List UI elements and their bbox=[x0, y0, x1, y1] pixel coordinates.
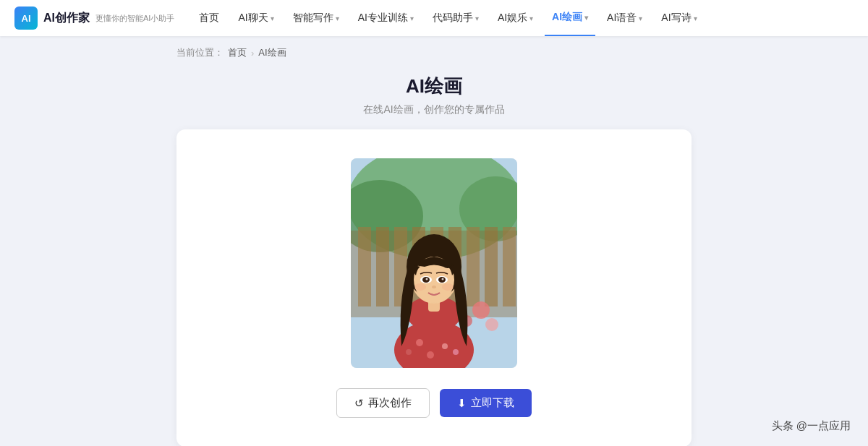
download-icon: ⬇ bbox=[457, 397, 467, 410]
nav-home[interactable]: 首页 bbox=[192, 0, 226, 36]
chevron-down-icon: ▾ bbox=[529, 14, 533, 22]
nav-smart-writing-label: 智能写作 bbox=[293, 12, 333, 25]
svg-point-35 bbox=[432, 286, 436, 288]
nav-home-label: 首页 bbox=[199, 12, 219, 25]
recreate-icon: ↺ bbox=[354, 397, 364, 410]
svg-point-36 bbox=[414, 283, 426, 291]
nav-ai-entertainment-label: AI娱乐 bbox=[498, 12, 527, 25]
svg-rect-5 bbox=[358, 227, 371, 306]
nav-ai-painting-label: AI绘画 bbox=[552, 11, 582, 24]
recreate-button[interactable]: ↺ 再次创作 bbox=[336, 388, 430, 418]
content-card: ↺ 再次创作 ⬇ 立即下载 bbox=[176, 129, 692, 446]
chevron-down-icon: ▾ bbox=[336, 14, 339, 22]
nav-code-assistant[interactable]: 代码助手 ▾ bbox=[425, 0, 486, 36]
svg-point-20 bbox=[427, 351, 434, 359]
logo-icon: AI bbox=[14, 7, 38, 30]
page-subtitle: 在线AI绘画，创作您的专属作品 bbox=[0, 103, 868, 116]
page-title-area: AI绘画 在线AI绘画，创作您的专属作品 bbox=[0, 69, 868, 129]
breadcrumb-home[interactable]: 首页 bbox=[228, 46, 247, 59]
nav-ai-training[interactable]: AI专业训练 ▾ bbox=[351, 0, 421, 36]
nav-ai-chat-label: AI聊天 bbox=[238, 12, 268, 25]
chevron-down-icon: ▾ bbox=[639, 14, 642, 22]
svg-point-37 bbox=[442, 283, 454, 291]
generated-image-container bbox=[351, 158, 517, 368]
chevron-down-icon: ▾ bbox=[410, 14, 414, 22]
svg-point-19 bbox=[442, 343, 448, 349]
download-button[interactable]: ⬇ 立即下载 bbox=[440, 389, 532, 417]
download-label: 立即下载 bbox=[471, 396, 514, 410]
nav-ai-entertainment[interactable]: AI娱乐 ▾ bbox=[490, 0, 540, 36]
watermark: 头条 @一点应用 bbox=[772, 419, 851, 433]
svg-rect-11 bbox=[467, 227, 480, 306]
breadcrumb: 当前位置： 首页 › AI绘画 bbox=[0, 36, 868, 69]
chevron-down-icon: ▾ bbox=[475, 14, 479, 22]
svg-point-21 bbox=[453, 349, 459, 355]
breadcrumb-prefix: 当前位置： bbox=[176, 46, 224, 59]
svg-rect-12 bbox=[485, 227, 498, 306]
page-title: AI绘画 bbox=[0, 74, 868, 99]
nav-ai-poetry-label: AI写诗 bbox=[661, 12, 691, 25]
svg-point-15 bbox=[485, 318, 498, 331]
svg-rect-6 bbox=[376, 227, 389, 306]
generated-image bbox=[351, 158, 517, 368]
nav-smart-writing[interactable]: 智能写作 ▾ bbox=[286, 0, 346, 36]
logo-area: AI AI创作家 更懂你的智能AI小助手 bbox=[14, 7, 180, 30]
navbar: AI AI创作家 更懂你的智能AI小助手 首页 AI聊天 ▾ 智能写作 ▾ AI… bbox=[0, 0, 868, 36]
chevron-down-icon: ▾ bbox=[271, 14, 274, 22]
chevron-down-icon: ▾ bbox=[694, 14, 697, 22]
recreate-label: 再次创作 bbox=[368, 396, 412, 410]
nav-ai-voice-label: AI语音 bbox=[607, 12, 637, 25]
button-row: ↺ 再次创作 ⬇ 立即下载 bbox=[336, 388, 532, 418]
svg-point-18 bbox=[416, 339, 423, 346]
breadcrumb-current: AI绘画 bbox=[258, 46, 286, 59]
brand-slogan: 更懂你的智能AI小助手 bbox=[95, 13, 174, 24]
svg-point-14 bbox=[472, 301, 490, 319]
nav-ai-voice[interactable]: AI语音 ▾ bbox=[600, 0, 650, 36]
svg-point-22 bbox=[406, 349, 412, 355]
svg-rect-13 bbox=[503, 227, 516, 306]
nav-ai-poetry[interactable]: AI写诗 ▾ bbox=[654, 0, 704, 36]
nav-code-assistant-label: 代码助手 bbox=[433, 12, 473, 25]
svg-point-33 bbox=[426, 278, 428, 280]
nav-ai-training-label: AI专业训练 bbox=[358, 12, 408, 25]
chevron-down-icon: ▾ bbox=[584, 14, 588, 22]
brand-name: AI创作家 bbox=[43, 11, 90, 26]
watermark-text: 头条 @一点应用 bbox=[772, 419, 851, 432]
breadcrumb-separator: › bbox=[251, 48, 254, 59]
nav-ai-chat[interactable]: AI聊天 ▾ bbox=[231, 0, 281, 36]
nav-ai-painting[interactable]: AI绘画 ▾ bbox=[545, 0, 595, 36]
svg-point-34 bbox=[442, 278, 444, 280]
